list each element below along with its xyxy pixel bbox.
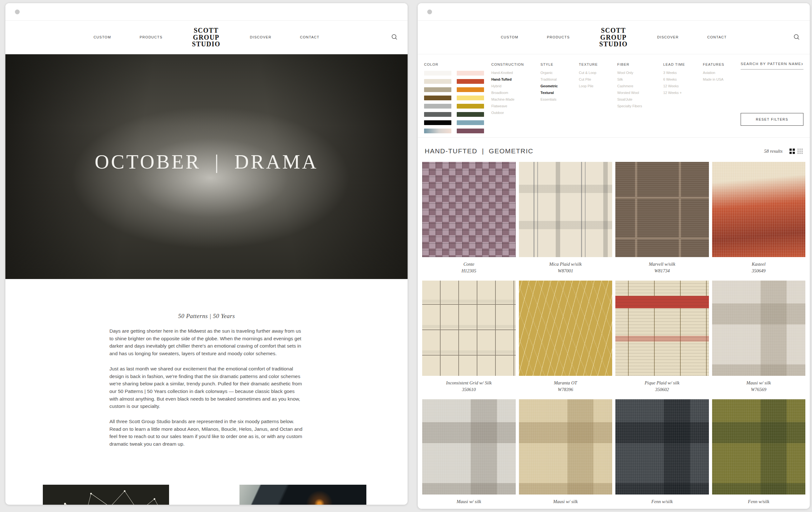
product-swatch-image[interactable] (615, 162, 709, 257)
filter-option[interactable]: Organic (541, 71, 569, 75)
filter-option[interactable]: Hand-Tufted (491, 77, 530, 81)
product-tile[interactable]: Mausi w/ silk (422, 399, 516, 505)
color-swatch[interactable] (424, 96, 452, 100)
color-swatch[interactable] (424, 112, 452, 117)
product-swatch-image[interactable] (422, 399, 516, 494)
filter-option[interactable]: Aviation (703, 71, 734, 75)
browser-window-blog: CUSTOM PRODUCTS SCOTT GROUP STUDIO DISCO… (5, 3, 408, 505)
filter-option[interactable]: Hand-Knotted (491, 71, 530, 75)
product-caption: Pique Plaid w/ silk350602 (615, 380, 709, 393)
nav-contact[interactable]: CONTACT (707, 35, 727, 39)
article-paragraph: Just as last month we shared our excitem… (110, 365, 303, 410)
article-paragraph: All three Scott Group Studio brands are … (110, 418, 303, 448)
search-icon[interactable] (390, 33, 399, 42)
search-placeholder: SEARCH BY PATTERN NAME (741, 62, 801, 66)
filter-option[interactable]: Sisal/Jute (617, 98, 653, 101)
filter-option[interactable]: 12 Weeks + (663, 91, 692, 95)
search-input[interactable]: SEARCH BY PATTERN NAME › (741, 62, 804, 70)
grid-view-2x2-icon[interactable] (789, 149, 795, 154)
color-swatch[interactable] (457, 87, 484, 92)
product-tile[interactable]: Maranta OTW78396 (519, 280, 612, 393)
filter-option[interactable]: 6 Weeks (663, 77, 692, 81)
product-swatch-image[interactable] (712, 280, 806, 376)
filter-option[interactable]: Hybrid (491, 84, 530, 88)
product-swatch-image[interactable] (519, 280, 612, 376)
product-name: Inconsistent Grid w/ Silk (422, 380, 516, 386)
nav-custom[interactable]: CUSTOM (501, 35, 518, 39)
filter-option[interactable]: Geometric (541, 84, 569, 88)
filter-option[interactable]: Specialty Fibers (617, 104, 653, 108)
product-swatch-image[interactable] (422, 280, 516, 376)
filter-option[interactable]: Worsted Wool (617, 91, 653, 95)
product-tile[interactable]: Inconsistent Grid w/ Silk350610 (422, 280, 516, 393)
product-tile[interactable]: Pique Plaid w/ silk350602 (615, 280, 709, 393)
filter-label: CONSTRUCTION (491, 62, 530, 66)
nav-contact[interactable]: CONTACT (300, 35, 319, 39)
filter-option[interactable]: Cashmere (617, 84, 653, 88)
product-tile[interactable]: Fenn w/silk (615, 399, 709, 505)
filter-color: COLOR (424, 62, 491, 133)
color-swatch[interactable] (457, 112, 484, 117)
filter-option[interactable]: 12 Weeks (663, 84, 692, 88)
color-swatch[interactable] (424, 71, 452, 76)
color-swatch[interactable] (457, 104, 484, 109)
color-swatch[interactable] (457, 129, 484, 133)
window-control-button[interactable] (427, 9, 432, 14)
product-swatch-image[interactable] (615, 280, 709, 376)
product-tile[interactable]: Mica Plaid w/silkW87001 (519, 162, 612, 274)
nav-products[interactable]: PRODUCTS (140, 35, 163, 39)
color-swatch[interactable] (457, 120, 484, 125)
filter-option[interactable]: Loop Pile (579, 84, 607, 88)
filter-option[interactable]: Machine-Made (491, 98, 530, 101)
color-swatch[interactable] (457, 71, 484, 76)
nav-products[interactable]: PRODUCTS (547, 35, 570, 39)
product-tile[interactable]: Mausi w/ silk (519, 399, 612, 505)
site-header: CUSTOM PRODUCTS SCOTT GROUP STUDIO DISCO… (5, 21, 408, 54)
window-control-button[interactable] (15, 9, 20, 14)
product-swatch-image[interactable] (519, 162, 612, 257)
filter-option[interactable]: Textural (541, 91, 569, 95)
color-swatch[interactable] (424, 87, 452, 92)
filter-option[interactable]: Broadloom (491, 91, 530, 95)
filter-option[interactable]: Made in USA (703, 77, 734, 81)
filter-option[interactable]: Outdoor (491, 111, 530, 115)
product-tile[interactable]: Marvell w/silkW81734 (615, 162, 709, 274)
filter-style: STYLE Organic Traditional Geometric Text… (541, 62, 569, 133)
filter-option[interactable]: 3 Weeks (663, 71, 692, 75)
product-tile[interactable]: Fenn w/silk (712, 399, 806, 505)
filter-option[interactable]: Silk (617, 77, 653, 81)
color-swatch[interactable] (424, 129, 452, 133)
filter-option[interactable]: Flatweave (491, 104, 530, 108)
filter-option[interactable]: Wool Only (617, 71, 653, 75)
logo[interactable]: SCOTT GROUP STUDIO (599, 27, 628, 48)
nav-custom[interactable]: CUSTOM (93, 35, 111, 39)
dark-photo-image[interactable] (239, 485, 366, 505)
product-swatch-image[interactable] (712, 399, 806, 494)
filter-option[interactable]: Cut Pile (579, 77, 607, 81)
product-tile[interactable]: ConteH12305 (422, 162, 516, 274)
nav-discover[interactable]: DISCOVER (250, 35, 271, 39)
filter-option[interactable]: Cut & Loop (579, 71, 607, 75)
results-count: 58 results (764, 149, 783, 154)
product-swatch-image[interactable] (422, 162, 516, 257)
product-swatch-image[interactable] (712, 162, 806, 257)
logo[interactable]: SCOTT GROUP STUDIO (192, 27, 221, 48)
color-swatch[interactable] (457, 96, 484, 100)
color-swatch[interactable] (457, 79, 484, 84)
color-swatch[interactable] (424, 79, 452, 84)
color-swatch[interactable] (424, 120, 452, 125)
constellation-pattern-image[interactable] (43, 485, 169, 505)
color-swatch[interactable] (424, 104, 452, 109)
product-swatch-image[interactable] (519, 399, 612, 494)
grid-view-3x3-icon[interactable] (798, 149, 803, 154)
nav-discover[interactable]: DISCOVER (657, 35, 679, 39)
filter-panel: COLOR (418, 54, 810, 138)
reset-filters-button[interactable]: RESET FILTERS (741, 113, 804, 126)
product-swatch-image[interactable] (615, 399, 709, 494)
filter-option[interactable]: Essentials (541, 98, 569, 101)
filter-construction: CONSTRUCTION Hand-Knotted Hand-Tufted Hy… (491, 62, 530, 133)
product-tile[interactable]: Mausi w/ silkW76569 (712, 280, 806, 393)
product-tile[interactable]: Kasteel350649 (712, 162, 806, 274)
filter-option[interactable]: Traditional (541, 77, 569, 81)
search-icon[interactable] (792, 33, 801, 42)
